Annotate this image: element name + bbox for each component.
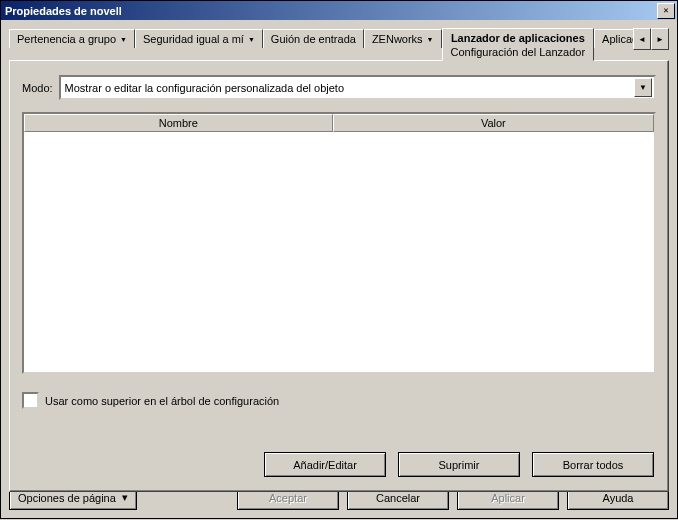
- tab-label: Lanzador de aplicaciones: [451, 32, 585, 44]
- chevron-down-icon: ▼: [639, 83, 647, 92]
- tab-page: Modo: Mostrar o editar la configuración …: [9, 60, 669, 492]
- tab-lanzador-de-aplicaciones[interactable]: Lanzador de aplicaciones Configuración d…: [442, 28, 595, 61]
- checkbox-label: Usar como superior en el árbol de config…: [45, 395, 279, 407]
- tab-label: Aplicac: [602, 33, 633, 45]
- tab-guion-de-entrada[interactable]: Guión de entrada: [263, 29, 364, 48]
- window-title: Propiedades de novell: [5, 5, 657, 17]
- tab-seguridad-igual-a-mi[interactable]: Seguridad igual a mí ▼: [135, 29, 263, 48]
- modo-value: Mostrar o editar la configuración person…: [65, 82, 634, 94]
- dropdown-button[interactable]: ▼: [634, 78, 652, 97]
- chevron-down-icon: ▼: [248, 36, 255, 43]
- column-header-valor[interactable]: Valor: [333, 114, 654, 132]
- tab-pertenencia-a-grupo[interactable]: Pertenencia a grupo ▼: [9, 29, 135, 48]
- modo-label: Modo:: [22, 82, 53, 94]
- tab-scroll-right-button[interactable]: ►: [651, 28, 669, 50]
- suprimir-button[interactable]: Suprimir: [398, 452, 520, 477]
- table-header: Nombre Valor: [24, 114, 654, 132]
- tab-aplicaciones-partial[interactable]: Aplicac: [594, 29, 633, 48]
- borrar-todos-button[interactable]: Borrar todos: [532, 452, 654, 477]
- chevron-down-icon: ▼: [120, 36, 127, 43]
- tab-scroll-left-button[interactable]: ◄: [633, 28, 651, 50]
- panel-button-row: Añadir/Editar Suprimir Borrar todos: [264, 452, 654, 477]
- config-table: Nombre Valor: [22, 112, 656, 374]
- triangle-left-icon: ◄: [638, 35, 646, 44]
- tab-label: ZENworks: [372, 33, 423, 45]
- tab-label: Guión de entrada: [271, 33, 356, 45]
- title-bar: Propiedades de novell ✕: [0, 0, 678, 20]
- tab-scroll-controls: ◄ ►: [633, 28, 669, 50]
- tab-subtitle: Configuración del Lanzador: [451, 46, 586, 60]
- tab-strip: Pertenencia a grupo ▼ Seguridad igual a …: [9, 28, 669, 61]
- tab-label: Pertenencia a grupo: [17, 33, 116, 45]
- chevron-down-icon: ▾: [122, 491, 128, 504]
- tab-zenworks[interactable]: ZENworks ▼: [364, 29, 442, 48]
- close-button[interactable]: ✕: [657, 3, 675, 19]
- triangle-right-icon: ►: [656, 35, 664, 44]
- tab-label: Seguridad igual a mí: [143, 33, 244, 45]
- checkbox-row: Usar como superior en el árbol de config…: [22, 392, 656, 409]
- anadir-editar-button[interactable]: Añadir/Editar: [264, 452, 386, 477]
- modo-dropdown[interactable]: Mostrar o editar la configuración person…: [59, 75, 656, 100]
- table-body-empty: [24, 132, 654, 372]
- chevron-down-icon: ▼: [427, 36, 434, 43]
- window-body: Pertenencia a grupo ▼ Seguridad igual a …: [0, 20, 678, 519]
- usar-como-superior-checkbox[interactable]: [22, 392, 39, 409]
- close-icon: ✕: [663, 6, 668, 15]
- column-header-nombre[interactable]: Nombre: [24, 114, 333, 132]
- modo-row: Modo: Mostrar o editar la configuración …: [22, 75, 656, 100]
